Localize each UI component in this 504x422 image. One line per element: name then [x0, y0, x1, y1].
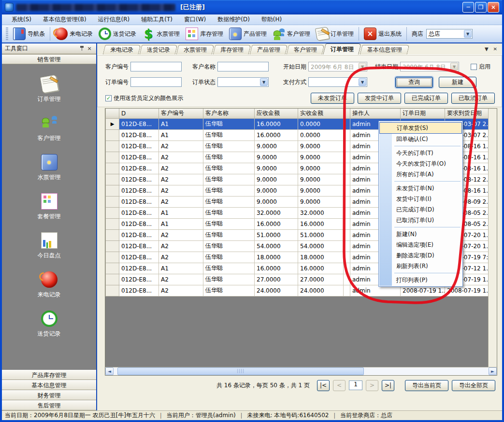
cell-customer-no[interactable]: A2 — [159, 252, 203, 263]
cell-customer-no[interactable]: A2 — [159, 285, 203, 296]
sidebar-item-water-ticket[interactable]: 水票管理 — [38, 154, 61, 182]
tab-basic-info[interactable]: 基本信息管理 — [360, 45, 410, 55]
sidebar-section-basic-info[interactable]: 基本信息管理 — [2, 380, 96, 390]
export-current-page-button[interactable]: 导出当前页 — [405, 380, 448, 391]
maximize-button[interactable]: ❐ — [475, 2, 487, 13]
cell-customer-no[interactable]: A1 — [159, 129, 203, 141]
chevron-down-icon[interactable]: ▼ — [464, 30, 472, 38]
customer-no-input[interactable] — [130, 62, 182, 71]
cell-id[interactable]: 012D-E8... — [119, 118, 159, 129]
tab-delivery-records[interactable]: 送货记录 — [140, 45, 178, 55]
cell-customer-no[interactable]: A2 — [159, 229, 203, 240]
cell-receivable[interactable]: 9.0000 — [255, 174, 298, 185]
export-all-pages-button[interactable]: 导出全部页 — [452, 380, 495, 391]
sidebar-item-call-records[interactable]: 来电记录 — [38, 271, 61, 299]
cell-spacer[interactable] — [344, 196, 350, 207]
cell-received[interactable]: 0.0000 — [298, 129, 344, 141]
pay-method-dropdown[interactable]: ▼ — [308, 77, 367, 87]
cell-customer-name[interactable]: 伍华聪 — [203, 218, 255, 229]
cell-spacer[interactable] — [344, 163, 350, 174]
cell-received[interactable]: 9.0000 — [298, 141, 344, 152]
filter-completed-button[interactable]: 已完成订单 — [404, 93, 448, 104]
cell-received[interactable]: 0.0000 — [298, 118, 344, 129]
cell-id[interactable]: 012D-E8... — [119, 207, 159, 218]
col-header-order-date[interactable]: 订单日期 — [401, 109, 445, 118]
scroll-left-icon[interactable]: ◄ — [105, 367, 114, 375]
cell-id[interactable]: 012D-E8... — [119, 174, 159, 185]
new-button[interactable]: 新建 — [439, 77, 476, 88]
sidebar-item-customers[interactable]: 客户管理 — [38, 115, 61, 142]
cell-spacer[interactable] — [344, 252, 350, 263]
prev-page-button[interactable]: < — [333, 380, 346, 391]
cell-customer-name[interactable]: 伍华聪 — [203, 129, 255, 141]
cell-received[interactable]: 9.0000 — [298, 174, 344, 185]
context-menu-item[interactable] — [379, 180, 462, 183]
col-header-receivable[interactable]: 应收金额 — [255, 109, 298, 118]
col-header-operator[interactable]: 操作人 — [350, 109, 401, 118]
cell-received[interactable]: 9.0000 — [298, 152, 344, 163]
pin-icon[interactable] — [78, 45, 86, 52]
cell-receivable[interactable]: 9.0000 — [255, 163, 298, 174]
menu-basic-info[interactable]: 基本信息管理(B) — [37, 14, 92, 25]
scrollbar-thumb[interactable] — [117, 367, 364, 375]
context-menu-item[interactable]: 刷新列表(R) — [379, 261, 462, 271]
cell-spacer[interactable] — [344, 185, 350, 196]
cell-received[interactable]: 18.0000 — [298, 252, 344, 263]
col-header-received[interactable]: 实收金额 — [298, 109, 344, 118]
sidebar-item-delivery-records[interactable]: 送货记录 — [38, 310, 61, 338]
menu-run-info[interactable]: 运行信息(R) — [92, 14, 136, 25]
cell-received[interactable]: 24.0000 — [298, 285, 344, 296]
cell-received[interactable]: 9.0000 — [298, 163, 344, 174]
cell-receivable[interactable]: 16.0000 — [255, 263, 298, 274]
row-selector-cell[interactable]: ▶ — [106, 163, 119, 174]
cell-spacer[interactable] — [344, 240, 350, 252]
vertical-scrollbar-area[interactable] — [488, 109, 497, 375]
context-menu-item[interactable]: 订单发货(S) — [379, 122, 462, 134]
cell-received[interactable]: 16.0000 — [298, 218, 344, 229]
cell-customer-no[interactable]: A2 — [159, 274, 203, 285]
context-menu-item[interactable]: 删除选定项(D) — [379, 250, 462, 261]
last-page-button[interactable]: >| — [382, 380, 394, 391]
col-header-spacer[interactable] — [344, 109, 350, 118]
cell-receivable[interactable]: 9.0000 — [255, 185, 298, 196]
cell-customer-name[interactable]: 伍华聪 — [203, 229, 255, 240]
cell-receivable[interactable]: 9.0000 — [255, 141, 298, 152]
cell-id[interactable]: 012D-E8... — [119, 285, 159, 296]
toolbar-delivery-records[interactable]: 送货记录 — [96, 26, 139, 42]
color-display-checkbox[interactable]: ✓ — [105, 95, 112, 101]
tab-close-icon[interactable]: ✕ — [493, 46, 497, 53]
row-selector-cell[interactable]: ▶ — [106, 229, 119, 240]
cell-id[interactable]: 012D-E8... — [119, 252, 159, 263]
cell-spacer[interactable] — [344, 152, 350, 163]
context-menu-item[interactable]: 回单确认(C) — [379, 134, 462, 144]
toolbar-customers[interactable]: 客户管理 — [270, 26, 313, 42]
cell-customer-name[interactable]: 伍华聪 — [203, 240, 255, 252]
cell-id[interactable]: 012D-E8... — [119, 141, 159, 152]
row-selector-cell[interactable]: ▶ — [106, 185, 119, 196]
row-selector-cell[interactable]: ▶ — [106, 207, 119, 218]
cell-customer-name[interactable]: 伍华聪 — [203, 263, 255, 274]
cell-received[interactable]: 9.0000 — [298, 196, 344, 207]
sidebar-section-product-stock[interactable]: 产品库存管理 — [2, 370, 96, 380]
context-menu-item[interactable]: 已取消订单(U) — [379, 215, 462, 225]
cell-customer-name[interactable]: 伍华聪 — [203, 118, 255, 129]
cell-received[interactable]: 27.0000 — [298, 274, 344, 285]
cell-spacer[interactable] — [344, 263, 350, 274]
menu-window[interactable]: 窗口(W) — [178, 14, 212, 25]
toolbar-grip[interactable] — [6, 28, 8, 40]
cell-receivable[interactable]: 24.0000 — [255, 285, 298, 296]
sidebar-section-finance[interactable]: 财务管理 — [2, 390, 96, 400]
cell-customer-no[interactable]: A1 — [159, 118, 203, 129]
cell-receivable[interactable]: 9.0000 — [255, 196, 298, 207]
cell-customer-no[interactable]: A2 — [159, 185, 203, 196]
cell-customer-name[interactable]: 伍华聪 — [203, 252, 255, 263]
context-menu-item[interactable]: 打印列表(P) — [379, 275, 462, 285]
tab-call-records[interactable]: 来电记录 — [103, 45, 141, 55]
context-menu-item[interactable]: 所有的订单(A) — [379, 169, 462, 180]
cell-customer-no[interactable]: A2 — [159, 196, 203, 207]
horizontal-scrollbar[interactable]: ◄ ► — [105, 367, 497, 375]
tab-list-dropdown-icon[interactable]: ▼ — [485, 46, 489, 53]
filter-cancelled-button[interactable]: 已取消订单 — [451, 93, 495, 104]
cell-received[interactable]: 54.0000 — [298, 240, 344, 252]
minimize-button[interactable]: ─ — [462, 2, 474, 13]
